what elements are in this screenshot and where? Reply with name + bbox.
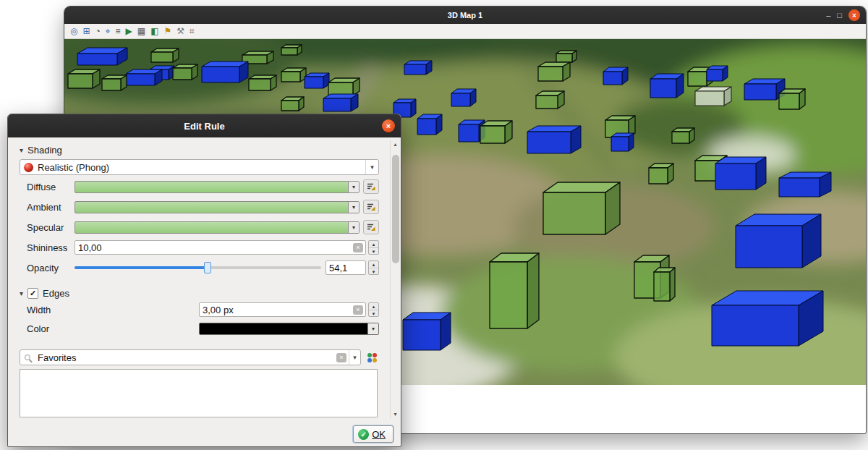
spin-up-icon[interactable]: ▴ bbox=[369, 241, 378, 247]
edges-section-header[interactable]: ▾ ✓ Edges bbox=[20, 288, 379, 299]
animation-icon[interactable]: ◔ bbox=[95, 27, 101, 35]
chevron-down-icon[interactable]: ▾ bbox=[367, 323, 378, 334]
shininess-field-wrap: × bbox=[75, 240, 366, 255]
ok-button[interactable]: ✓ OK bbox=[353, 425, 393, 443]
dialog-body: ▾ Shading Realistic (Phong) ▾ Diffuse ▾ … bbox=[8, 137, 401, 422]
spin-up-icon[interactable]: ▴ bbox=[369, 303, 378, 310]
wrench-icon[interactable]: ⚒ bbox=[176, 27, 184, 35]
diffuse-label: Diffuse bbox=[27, 182, 75, 192]
window-title: 3D Map 1 bbox=[448, 11, 482, 20]
symbol-list[interactable] bbox=[20, 369, 378, 417]
edge-width-spinner[interactable]: ▴ ▾ bbox=[368, 302, 379, 317]
chevron-down-icon[interactable]: ▾ bbox=[365, 160, 378, 174]
ambient-label: Ambient bbox=[27, 202, 75, 213]
scroll-up-icon[interactable]: ▴ bbox=[393, 140, 396, 149]
slider-handle[interactable] bbox=[204, 262, 211, 273]
style-manager-icon bbox=[367, 352, 378, 363]
diffuse-override-button[interactable] bbox=[363, 179, 379, 194]
chevron-down-icon[interactable]: ▾ bbox=[348, 222, 359, 233]
window-controls: – □ × bbox=[826, 7, 860, 24]
collapse-triangle-icon[interactable]: ▾ bbox=[20, 146, 23, 154]
identify-icon[interactable]: ⌖ bbox=[106, 27, 111, 35]
ok-check-icon: ✓ bbox=[358, 429, 369, 440]
data-defined-override-icon bbox=[366, 202, 376, 212]
minimize-icon[interactable]: – bbox=[826, 12, 830, 20]
edit-rule-dialog: Edit Rule × ▾ Shading Realistic (Phong) … bbox=[7, 114, 401, 447]
shading-mode-value: Realistic (Phong) bbox=[38, 162, 365, 173]
opacity-slider[interactable] bbox=[75, 260, 321, 275]
shininess-input[interactable] bbox=[75, 242, 353, 253]
scrollbar-thumb[interactable] bbox=[392, 155, 399, 263]
shininess-spinner[interactable]: ▴ ▾ bbox=[368, 240, 379, 255]
dialog-titlebar[interactable]: Edit Rule × bbox=[8, 114, 401, 137]
opacity-value-wrap: × bbox=[326, 260, 366, 275]
shininess-row: Shininess × ▴ ▾ bbox=[27, 240, 379, 255]
spin-down-icon[interactable]: ▾ bbox=[369, 268, 378, 275]
dialog-scrollbar[interactable]: ▴ ▾ bbox=[390, 140, 400, 419]
measure-icon[interactable]: ≡ bbox=[116, 27, 121, 35]
zoom-extent-icon[interactable]: ⊞ bbox=[82, 27, 90, 35]
style-manager-button[interactable] bbox=[365, 350, 379, 365]
favorites-search-box[interactable]: × ▾ bbox=[20, 349, 361, 365]
window-close-icon[interactable]: × bbox=[848, 9, 860, 21]
favorites-row: × ▾ bbox=[20, 349, 379, 365]
ambient-row: Ambient ▾ bbox=[27, 200, 379, 214]
pan-tool-icon[interactable]: ◎ bbox=[70, 27, 77, 35]
edge-width-input[interactable] bbox=[200, 305, 353, 315]
collapse-triangle-icon[interactable]: ▾ bbox=[20, 289, 23, 297]
data-defined-override-icon bbox=[366, 222, 376, 232]
spin-down-icon[interactable]: ▾ bbox=[369, 310, 378, 317]
dialog-title: Edit Rule bbox=[184, 121, 224, 132]
spin-up-icon[interactable]: ▴ bbox=[369, 261, 378, 268]
diffuse-color-ramp-button[interactable]: ▾ bbox=[75, 181, 359, 193]
export-icon[interactable]: ▦ bbox=[137, 27, 145, 35]
edge-width-row: Width × ▴ ▾ bbox=[27, 302, 379, 317]
clear-icon[interactable]: × bbox=[353, 243, 363, 252]
edge-width-label: Width bbox=[27, 305, 199, 315]
opacity-row: Opacity × ▴ ▾ bbox=[27, 260, 379, 275]
specular-color-ramp-button[interactable]: ▾ bbox=[75, 221, 359, 234]
specular-override-button[interactable] bbox=[363, 220, 379, 234]
ok-button-label: OK bbox=[372, 429, 386, 440]
clear-icon[interactable]: × bbox=[336, 353, 346, 362]
effects-icon[interactable]: ⚑ bbox=[164, 27, 172, 35]
shading-mode-combobox[interactable]: Realistic (Phong) ▾ bbox=[20, 159, 379, 175]
spin-down-icon[interactable]: ▾ bbox=[369, 247, 378, 255]
search-icon bbox=[25, 355, 30, 360]
edges-checkbox[interactable]: ✓ bbox=[27, 288, 38, 299]
edge-color-row: Color ▾ bbox=[27, 323, 379, 335]
window-titlebar[interactable]: 3D Map 1 – □ × bbox=[64, 7, 866, 24]
chevron-down-icon[interactable]: ▾ bbox=[348, 202, 359, 213]
scene-icon[interactable]: ◧ bbox=[150, 27, 158, 35]
clear-icon[interactable]: × bbox=[353, 305, 363, 315]
opacity-spinner[interactable]: ▴ ▾ bbox=[368, 260, 379, 275]
play-icon[interactable]: ▶ bbox=[126, 27, 132, 35]
edge-color-button[interactable]: ▾ bbox=[199, 323, 379, 335]
shading-section-header[interactable]: ▾ Shading bbox=[20, 145, 379, 156]
scroll-down-icon[interactable]: ▾ bbox=[393, 410, 396, 419]
diffuse-row: Diffuse ▾ bbox=[27, 179, 379, 194]
check-icon: ✓ bbox=[30, 289, 36, 298]
opacity-label: Opacity bbox=[27, 263, 75, 273]
phong-sphere-icon bbox=[24, 163, 33, 172]
chevron-down-icon[interactable]: ▾ bbox=[348, 182, 359, 192]
maximize-icon[interactable]: □ bbox=[837, 12, 842, 20]
options-icon[interactable]: ⌗ bbox=[190, 27, 195, 35]
scrollbar-track[interactable] bbox=[392, 149, 399, 410]
specular-label: Specular bbox=[27, 222, 75, 233]
ambient-override-button[interactable] bbox=[363, 200, 379, 214]
ambient-color-ramp-button[interactable]: ▾ bbox=[75, 201, 359, 213]
dialog-button-bar: ✓ OK bbox=[8, 422, 401, 446]
edge-color-swatch bbox=[200, 323, 367, 334]
chevron-down-icon[interactable]: ▾ bbox=[349, 350, 360, 365]
shading-section-label: Shading bbox=[27, 145, 62, 156]
data-defined-override-icon bbox=[366, 182, 376, 192]
dialog-close-icon[interactable]: × bbox=[382, 119, 395, 132]
toolbar: ◎⊞◔⌖≡▶▦◧⚑⚒⌗ bbox=[64, 24, 866, 39]
edge-color-label: Color bbox=[27, 323, 199, 334]
favorites-input[interactable] bbox=[35, 352, 336, 363]
edges-section-label: Edges bbox=[43, 288, 69, 299]
specular-row: Specular ▾ bbox=[27, 220, 379, 234]
edge-width-field-wrap: × bbox=[199, 302, 366, 317]
shininess-label: Shininess bbox=[27, 242, 75, 253]
